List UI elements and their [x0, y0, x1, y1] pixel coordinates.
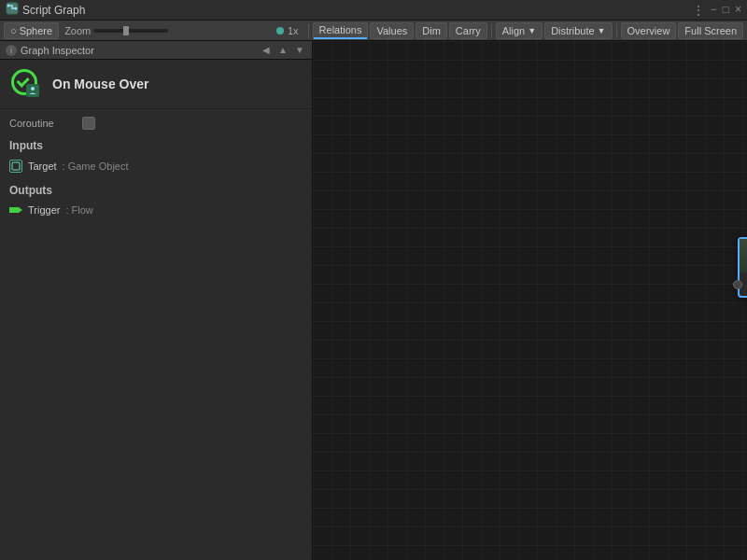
distribute-chevron-icon: ▼: [598, 26, 606, 35]
title-text: Script Graph: [22, 4, 692, 17]
target-port-icon: [9, 160, 22, 173]
node-icon-large: [9, 67, 43, 101]
down-arrow-button[interactable]: ▼: [293, 44, 306, 57]
align-chevron-icon: ▼: [528, 26, 536, 35]
expand-button[interactable]: ◀: [260, 44, 273, 57]
svg-point-2: [15, 7, 18, 10]
coroutine-row: Coroutine: [9, 117, 303, 130]
window-controls: ⋮ − □ ×: [692, 3, 741, 18]
fullscreen-button[interactable]: Full Screen: [678, 22, 743, 39]
svg-rect-4: [12, 162, 20, 170]
overview-button[interactable]: Overview: [621, 22, 677, 39]
dim-tab[interactable]: Dim: [416, 22, 447, 39]
canvas-node[interactable]: On Mouse Over Event Target This ✕ Trigg: [738, 237, 747, 298]
distribute-button[interactable]: Distribute ▼: [544, 22, 612, 39]
canvas-area[interactable]: On Mouse Over Event Target This ✕ Trigg: [313, 41, 747, 560]
title-bar: Script Graph ⋮ − □ ×: [0, 0, 747, 21]
sep2: [491, 23, 492, 38]
canvas-node-body: Target This ✕ Trigger: [740, 273, 747, 296]
inspector-title: Graph Inspector: [21, 45, 256, 56]
sphere-button[interactable]: ○ Sphere: [4, 22, 59, 39]
more-icon[interactable]: ⋮: [692, 3, 705, 18]
left-panel: i Graph Inspector ◀ ▲ ▼: [0, 41, 313, 560]
inspector-header: i Graph Inspector ◀ ▲ ▼: [0, 41, 312, 60]
zoom-bar[interactable]: [93, 29, 168, 33]
target-type: : Game Object: [63, 161, 129, 172]
coroutine-checkbox[interactable]: [82, 117, 95, 130]
trigger-port-icon: [9, 207, 22, 213]
info-icon: i: [6, 45, 17, 56]
target-input-row: Target : Game Object: [9, 158, 303, 175]
svg-point-1: [7, 5, 10, 7]
inspector-content: Coroutine Inputs Target : Game Object Ou…: [0, 109, 312, 560]
trigger-type: : Flow: [65, 204, 92, 216]
canvas-node-header: On Mouse Over Event: [740, 239, 747, 273]
minimize-icon[interactable]: −: [711, 3, 717, 18]
sep1: [308, 23, 309, 38]
main-layout: i Graph Inspector ◀ ▲ ▼: [0, 41, 747, 560]
target-label: Target: [28, 161, 57, 172]
svg-point-3: [31, 87, 35, 91]
script-graph-icon: [6, 2, 19, 18]
trigger-label: Trigger: [28, 204, 60, 216]
input-port[interactable]: [733, 280, 742, 289]
close-icon[interactable]: ×: [735, 3, 741, 18]
relations-tab[interactable]: Relations: [313, 22, 369, 39]
zoom-thumb: [123, 26, 129, 35]
node-title: On Mouse Over: [52, 77, 148, 91]
node-header: On Mouse Over: [0, 60, 312, 109]
up-arrow-button[interactable]: ▲: [276, 44, 289, 57]
sep3: [616, 23, 617, 38]
zoom-dot: [276, 27, 284, 35]
inputs-section-header: Inputs: [9, 139, 303, 152]
trigger-output-row: Trigger : Flow: [9, 203, 303, 217]
toolbar: ○ Sphere Zoom 1x Relations Values Dim Ca…: [0, 21, 747, 41]
zoom-value: 1x: [288, 25, 299, 36]
maximize-icon[interactable]: □: [723, 3, 729, 18]
align-button[interactable]: Align ▼: [496, 22, 543, 39]
outputs-section-header: Outputs: [9, 184, 303, 197]
zoom-control: Zoom: [64, 25, 168, 36]
carry-tab[interactable]: Carry: [449, 22, 487, 39]
coroutine-label: Coroutine: [9, 118, 75, 129]
values-tab[interactable]: Values: [370, 22, 414, 39]
zoom-label: Zoom: [64, 25, 91, 36]
sphere-icon: ○: [10, 25, 17, 36]
